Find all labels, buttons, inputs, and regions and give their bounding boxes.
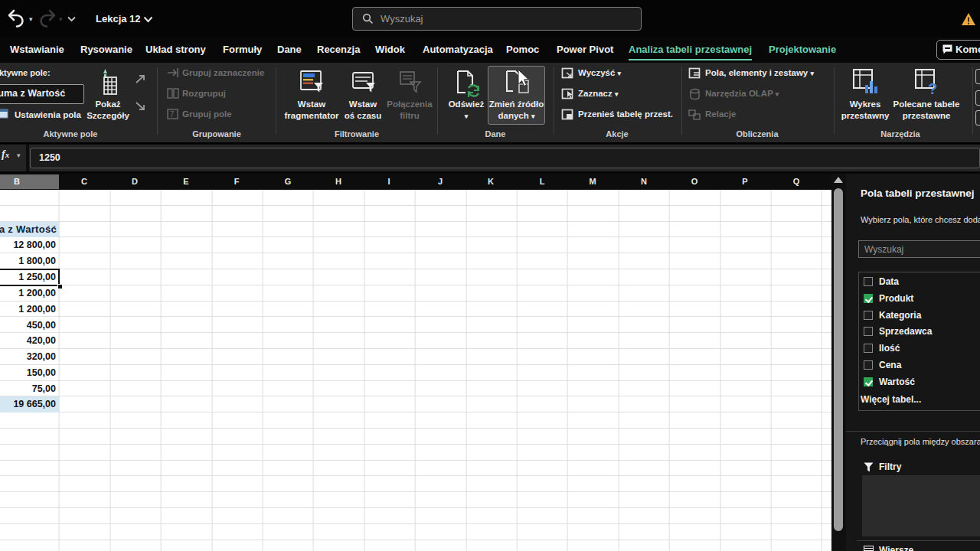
svg-text:?: ?	[928, 80, 937, 96]
svg-text:7: 7	[170, 110, 175, 119]
